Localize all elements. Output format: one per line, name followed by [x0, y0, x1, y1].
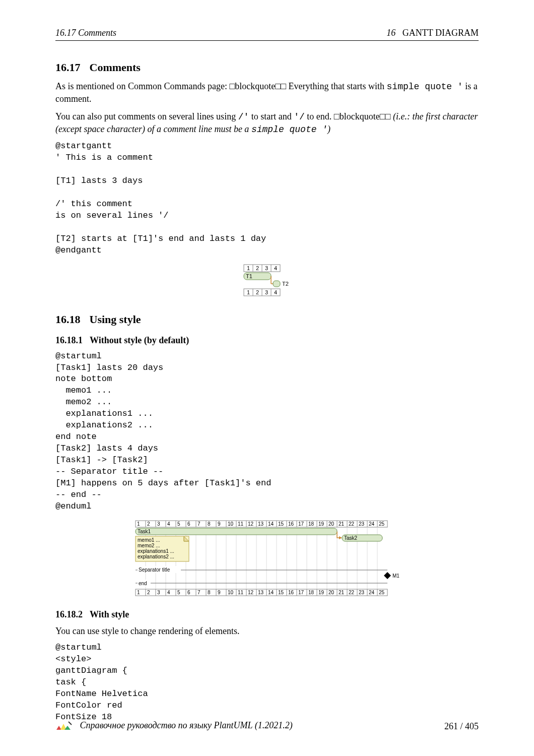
svg-text:25: 25: [379, 521, 385, 527]
svg-text:12: 12: [248, 521, 254, 527]
svg-text:2: 2: [147, 590, 150, 595]
svg-text:7: 7: [197, 590, 201, 595]
svg-text:25: 25: [379, 590, 385, 595]
svg-text:21: 21: [339, 590, 345, 595]
svg-text:4: 4: [167, 521, 170, 527]
svg-text:20: 20: [328, 521, 335, 527]
svg-text:T1: T1: [246, 273, 252, 279]
svg-text:3: 3: [157, 590, 160, 595]
svg-text:7: 7: [197, 521, 201, 527]
svg-text:24: 24: [369, 590, 375, 595]
svg-text:21: 21: [339, 521, 345, 527]
svg-text:6: 6: [187, 521, 190, 527]
page: 16.17 Comments 16 GANTT DIAGRAM 16.17Com…: [0, 0, 534, 756]
svg-text:Task1: Task1: [138, 529, 151, 534]
svg-text:12: 12: [248, 590, 254, 595]
svg-text:13: 13: [258, 590, 264, 595]
code-block-without-style: @startuml [Task1] lasts 20 days note bot…: [55, 351, 479, 513]
header-left: 16.17 Comments: [55, 28, 116, 38]
svg-text:9: 9: [218, 521, 221, 527]
section-comments-heading: 16.17Comments: [55, 61, 479, 74]
svg-text:23: 23: [359, 590, 365, 595]
svg-text:3: 3: [265, 289, 268, 295]
svg-text:19: 19: [318, 521, 324, 527]
svg-text:3: 3: [157, 521, 160, 527]
svg-text:18: 18: [308, 521, 314, 527]
subsection-without-style-heading: 16.18.1Without style (by default): [55, 335, 479, 346]
svg-text:explanations2 ...: explanations2 ...: [138, 554, 174, 559]
page-header: 16.17 Comments 16 GANTT DIAGRAM: [55, 28, 479, 41]
svg-text:15: 15: [278, 590, 284, 595]
svg-text:1: 1: [247, 289, 250, 295]
svg-text:memo1 ...: memo1 ...: [138, 537, 160, 543]
svg-text:4: 4: [274, 289, 277, 295]
plantuml-logo-icon: [55, 720, 73, 733]
svg-text:19: 19: [318, 590, 324, 595]
with-style-para: You can use style to change rendering of…: [55, 625, 479, 637]
svg-text:2: 2: [147, 521, 150, 527]
svg-marker-111: [384, 572, 391, 579]
svg-text:17: 17: [298, 590, 304, 595]
svg-text:11: 11: [238, 521, 244, 527]
svg-text:17: 17: [298, 521, 304, 527]
gantt-diagram-small: 1 2 3 4 T1 T2 1 2 3 4: [55, 264, 479, 299]
svg-text:Separator title: Separator title: [139, 567, 170, 573]
svg-text:9: 9: [218, 590, 221, 595]
svg-text:5: 5: [177, 590, 180, 595]
svg-marker-105: [339, 536, 342, 539]
svg-rect-13: [273, 281, 280, 287]
svg-text:T2: T2: [282, 281, 289, 287]
svg-text:1: 1: [247, 265, 250, 271]
page-number: 261 / 405: [444, 721, 479, 732]
svg-text:8: 8: [208, 521, 211, 527]
svg-rect-97: [136, 528, 337, 535]
gantt-diagram-large: 1234567891011121314151617181920212223242…: [55, 520, 479, 600]
svg-text:16: 16: [288, 590, 294, 595]
svg-text:memo2 ...: memo2 ...: [138, 543, 160, 548]
svg-text:16: 16: [288, 521, 294, 527]
svg-text:24: 24: [369, 521, 375, 527]
comments-para-2: You can also put comments on several lin…: [55, 110, 479, 136]
svg-text:11: 11: [238, 590, 244, 595]
svg-text:end: end: [139, 581, 147, 586]
svg-text:10: 10: [228, 521, 234, 527]
svg-text:explanations1 ...: explanations1 ...: [138, 548, 174, 554]
code-block-comments: @startgantt ' This is a comment [T1] las…: [55, 141, 479, 256]
svg-text:14: 14: [268, 590, 274, 595]
footer-left: Справочное руководство по языку PlantUML…: [55, 720, 293, 733]
svg-text:2: 2: [256, 289, 259, 295]
svg-text:6: 6: [187, 590, 190, 595]
svg-text:2: 2: [256, 265, 259, 271]
svg-text:4: 4: [167, 590, 170, 595]
svg-text:10: 10: [228, 590, 234, 595]
svg-text:1: 1: [137, 590, 140, 595]
svg-text:23: 23: [359, 521, 365, 527]
svg-text:8: 8: [208, 590, 211, 595]
comments-para-1: As is mentioned on Common Commands page:…: [55, 80, 479, 105]
svg-text:22: 22: [349, 521, 355, 527]
section-using-style-heading: 16.18Using style: [55, 313, 479, 326]
svg-text:22: 22: [349, 590, 355, 595]
svg-text:3: 3: [265, 265, 268, 271]
svg-text:5: 5: [177, 521, 180, 527]
svg-text:Task2: Task2: [344, 535, 358, 541]
header-right: 16 GANTT DIAGRAM: [386, 28, 479, 38]
code-block-with-style: @startuml <style> ganttDiagram { task { …: [55, 642, 479, 723]
svg-text:M1: M1: [392, 573, 399, 579]
svg-line-169: [69, 722, 72, 725]
subsection-with-style-heading: 16.18.2With style: [55, 609, 479, 620]
svg-text:13: 13: [258, 521, 264, 527]
svg-text:20: 20: [328, 590, 335, 595]
svg-text:15: 15: [278, 521, 284, 527]
svg-text:18: 18: [308, 590, 314, 595]
svg-marker-166: [56, 726, 61, 730]
svg-text:14: 14: [268, 521, 274, 527]
svg-text:1: 1: [137, 521, 140, 527]
page-footer: Справочное руководство по языку PlantUML…: [55, 720, 479, 733]
svg-text:4: 4: [274, 265, 277, 271]
